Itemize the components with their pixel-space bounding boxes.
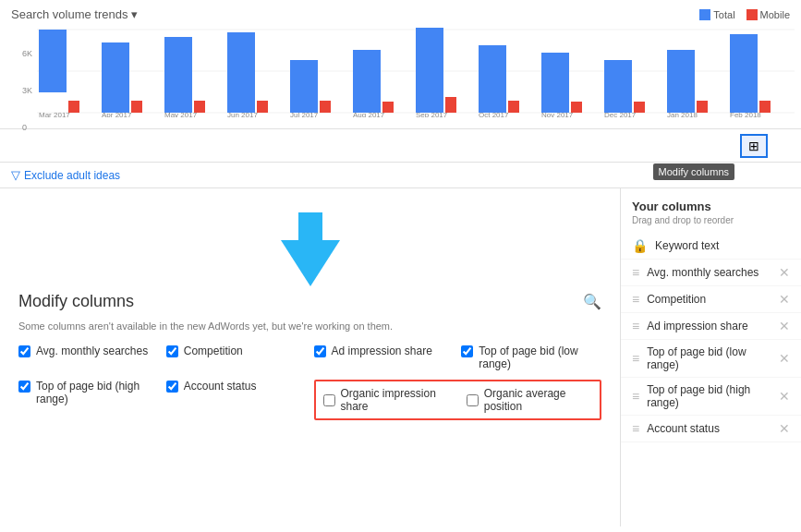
svg-text:May 2017: May 2017 [164,111,198,117]
competition-label: Competition [184,345,243,357]
organic-impression-checkbox[interactable] [323,394,335,406]
organic-avg-pos-label: Organic average position [484,387,592,413]
top-page-low-checkbox[interactable] [461,345,473,357]
organic-avg-pos-checkbox[interactable] [467,394,479,406]
svg-rect-23 [667,50,695,113]
svg-rect-6 [131,101,142,113]
modify-columns-button[interactable]: ⊞ [740,134,768,158]
svg-text:Oct 2017: Oct 2017 [479,111,509,117]
toolbar-row: ⊞ Modify columns [0,129,801,163]
chart-title[interactable]: Search volume trends ▾ [11,7,138,21]
your-columns-subtitle: Drag and drop to reorder [621,215,801,225]
svg-rect-21 [604,60,632,113]
svg-rect-5 [102,42,129,113]
filter-icon: ▽ [11,168,20,182]
top-page-high-checkbox[interactable] [18,381,30,393]
remove-avg-monthly-button[interactable]: ✕ [779,265,790,280]
drag-handle[interactable]: ≡ [632,319,639,333]
col-item-ad-impression: Ad impression share [314,345,455,370]
arrow-section [18,203,601,292]
columns-grid: Avg. monthly searches Competition Ad imp… [18,345,601,420]
remove-ad-impression-button[interactable]: ✕ [779,319,790,333]
competition-checkbox[interactable] [166,345,178,357]
col-item-avg-monthly: Avg. monthly searches [18,345,159,370]
ad-impression-checkbox[interactable] [314,345,326,357]
y-axis-labels: 6K 3K 0 [22,49,32,132]
drag-handle[interactable]: ≡ [632,351,639,366]
account-status-col-label: Account status [647,422,771,435]
svg-rect-9 [227,32,255,113]
account-status-label: Account status [184,380,257,393]
your-column-account-status[interactable]: ≡ Account status ✕ [621,416,801,442]
your-column-top-page-high[interactable]: ≡ Top of page bid (high range) ✕ [621,378,801,416]
organic-group: Organic impression share Organic average… [314,380,602,420]
chart-legend: Total Mobile [699,9,790,20]
modify-columns-panel: Modify columns 🔍 Some columns aren't ava… [0,188,621,526]
lock-icon: 🔒 [632,238,648,253]
svg-rect-18 [508,101,519,113]
your-column-avg-monthly[interactable]: ≡ Avg. monthly searches ✕ [621,260,801,286]
svg-text:Aug 2017: Aug 2017 [353,111,385,117]
competition-col-label: Competition [647,293,771,306]
remove-account-status-button[interactable]: ✕ [779,421,790,436]
col-item-organic-avg-pos: Organic average position [467,387,592,413]
main-content: Modify columns 🔍 Some columns aren't ava… [0,188,801,526]
your-column-competition[interactable]: ≡ Competition ✕ [621,286,801,313]
drag-handle[interactable]: ≡ [632,292,639,307]
avg-monthly-label: Avg. monthly searches [36,345,148,357]
account-status-checkbox[interactable] [166,381,178,393]
chart-svg: Mar 2017 Apr 2017 May 2017 Jun 2017 Jul … [37,25,795,117]
chevron-down-icon: ▾ [131,7,138,21]
svg-text:Jan 2018: Jan 2018 [667,111,698,117]
remove-competition-button[interactable]: ✕ [779,292,790,307]
mobile-legend-label: Mobile [760,9,790,20]
your-column-top-page-low[interactable]: ≡ Top of page bid (low range) ✕ [621,340,801,378]
ad-impression-col-label: Ad impression share [647,320,771,332]
total-legend-label: Total [713,9,734,20]
avg-monthly-col-label: Avg. monthly searches [647,266,771,279]
remove-top-page-low-button[interactable]: ✕ [779,351,790,366]
mobile-legend-dot [746,9,758,20]
svg-rect-12 [320,101,331,113]
top-page-high-label: Top of page bid (high range) [36,380,159,405]
modify-columns-title-row: Modify columns 🔍 [18,292,601,311]
top-page-low-label: Top of page bid (low range) [479,345,601,370]
your-column-ad-impression[interactable]: ≡ Ad impression share ✕ [621,313,801,340]
col-item-top-page-high: Top of page bid (high range) [18,380,159,420]
your-columns-panel: Your columns Drag and drop to reorder 🔒 … [621,188,801,526]
down-arrow [281,212,340,286]
your-columns-title: Your columns [621,200,801,213]
remove-top-page-high-button[interactable]: ✕ [779,389,790,404]
svg-text:Mar 2017: Mar 2017 [39,111,70,117]
modify-columns-heading: Modify columns [18,292,134,311]
organic-impression-label: Organic impression share [341,387,452,413]
svg-text:Dec 2017: Dec 2017 [604,111,637,117]
svg-text:Sep 2017: Sep 2017 [416,111,448,117]
svg-rect-4 [68,101,79,113]
svg-text:Jul 2017: Jul 2017 [290,111,319,117]
svg-text:Feb 2018: Feb 2018 [730,111,761,117]
svg-text:Apr 2017: Apr 2017 [102,111,132,117]
ad-impression-label: Ad impression share [332,345,432,357]
your-column-keyword-text: 🔒 Keyword text [621,233,801,260]
col-item-account-status: Account status [166,380,307,420]
drag-handle[interactable]: ≡ [632,265,639,280]
svg-rect-11 [290,60,318,113]
drag-handle[interactable]: ≡ [632,421,639,436]
top-page-low-col-label: Top of page bid (low range) [647,345,771,371]
top-page-high-col-label: Top of page bid (high range) [647,383,771,409]
svg-rect-19 [541,53,569,113]
col-item-organic-impression: Organic impression share [323,387,452,413]
svg-text:Jun 2017: Jun 2017 [227,111,258,117]
avg-monthly-checkbox[interactable] [18,345,30,357]
col-item-top-page-low: Top of page bid (low range) [461,345,601,370]
modify-columns-subtitle: Some columns aren't available in the new… [18,320,601,332]
drag-handle[interactable]: ≡ [632,389,639,404]
columns-icon: ⊞ [748,139,759,153]
svg-rect-17 [479,45,506,113]
search-button[interactable]: 🔍 [583,293,601,310]
chart-area: Search volume trends ▾ Total Mobile 6K 3… [0,0,801,129]
svg-rect-10 [257,101,268,113]
svg-rect-3 [39,30,67,92]
col-item-competition: Competition [166,345,307,370]
